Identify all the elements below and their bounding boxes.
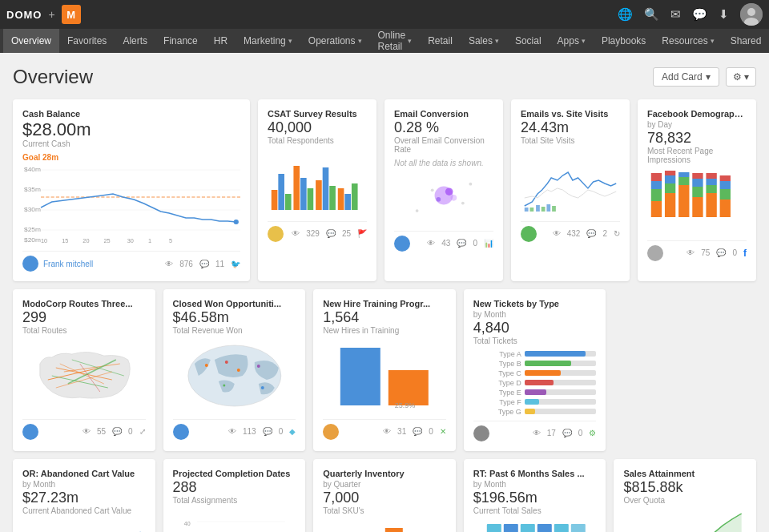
svg-rect-66 <box>706 179 716 185</box>
new-hire-value: 1,564 <box>323 310 446 326</box>
chevron-down-icon: ▾ <box>706 71 711 83</box>
svg-rect-29 <box>316 180 322 210</box>
footer-stats: 👁 876 💬 11 🐦 <box>165 260 240 268</box>
nav-item-marketing[interactable]: Marketing▾ <box>236 29 300 53</box>
globe-icon[interactable]: 🌐 <box>618 7 633 22</box>
comment-icon: 💬 <box>413 427 422 436</box>
cash-balance-desc: Current Cash <box>22 139 240 148</box>
csat-footer: 👁 329 💬 25 🚩 <box>268 221 367 242</box>
projected-desc: Total Assignments <box>173 496 296 505</box>
quarterly-inv-chart <box>323 520 446 532</box>
rt-sales-title: RT: Past 6 Months Sales ... <box>473 469 597 478</box>
emails-site-chart <box>521 150 620 216</box>
nav-item-online-retail[interactable]: Online Retail▾ <box>370 29 421 53</box>
domo-label: DOMO <box>6 9 42 21</box>
closed-won-stats: 👁 113 💬 0 ◆ <box>228 427 296 436</box>
eye-icon: 👁 <box>292 229 300 238</box>
refresh-icon: ↻ <box>614 229 620 238</box>
modocorp-routes-chart <box>22 340 146 412</box>
svg-rect-51 <box>651 181 662 189</box>
svg-text:10: 10 <box>41 238 47 244</box>
comment-icon: 💬 <box>457 239 466 248</box>
eye-icon: 👁 <box>383 427 391 436</box>
quarterly-inv-value: 7,000 <box>323 490 446 506</box>
new-hire-bar-chart: 25.9% <box>323 340 446 412</box>
svg-rect-119 <box>504 524 518 532</box>
svg-point-83 <box>224 361 227 364</box>
sales-attainment-desc: Over Quota <box>623 496 747 505</box>
card-email-conversion: Email Conversion 0.28 % Overall Email Co… <box>384 99 503 281</box>
diamond-icon: ◆ <box>289 427 296 436</box>
facebook-stats: 👁 75 💬 0 f <box>686 248 747 259</box>
svg-rect-69 <box>720 189 731 200</box>
search-icon[interactable]: 🔍 <box>644 7 659 22</box>
closed-won-desc: Total Revenue Won <box>173 326 296 335</box>
download-icon[interactable]: ⬇ <box>719 7 729 22</box>
avatar[interactable] <box>740 3 763 26</box>
nav-item-playbooks[interactable]: Playbooks <box>594 29 654 53</box>
svg-rect-122 <box>554 524 569 532</box>
svg-text:15: 15 <box>62 238 68 244</box>
new-tickets-value: 4,840 <box>473 320 597 337</box>
svg-point-37 <box>436 197 441 202</box>
nav-item-operations[interactable]: Operations▾ <box>300 29 370 53</box>
new-tickets-desc: Total Tickets <box>473 337 597 345</box>
modocorp-stats: 👁 55 💬 0 ⤢ <box>83 427 146 436</box>
email-stats: 👁 43 💬 0 📊 <box>427 239 493 248</box>
plus-icon: + <box>48 8 54 21</box>
card-rt-sales: RT: Past 6 Months Sales ... by Month $19… <box>464 459 606 532</box>
h-bar-5: Type E <box>473 389 597 397</box>
svg-rect-121 <box>537 524 552 532</box>
nav-item-finance[interactable]: Finance <box>155 29 206 53</box>
csat-stats: 👁 329 💬 25 🚩 <box>292 229 367 238</box>
card-new-tickets: New Tickets by Type by Month 4,840 Total… <box>464 289 606 451</box>
svg-rect-46 <box>542 207 546 212</box>
new-tickets-stats: 👁 17 💬 0 ⚙ <box>533 429 597 437</box>
csat-value: 40,000 <box>268 120 367 136</box>
csat-desc: Total Respondents <box>268 136 367 145</box>
modocorp-chart <box>22 340 146 414</box>
projected-bar-chart: 40 30 20 <box>173 510 296 532</box>
svg-point-13 <box>234 220 239 224</box>
svg-rect-57 <box>678 185 689 217</box>
email-conv-value: 0.28 % <box>394 120 493 136</box>
rt-sales-desc: Current Total Sales <box>473 506 597 515</box>
nav-item-apps[interactable]: Apps▾ <box>550 29 594 53</box>
facebook-subtitle: by Day <box>647 120 747 129</box>
nav-item-sales[interactable]: Sales▾ <box>461 29 507 53</box>
emails-site-desc: Total Site Visits <box>521 136 620 145</box>
nav-item-retail[interactable]: Retail <box>420 29 461 53</box>
m-badge: M <box>62 5 81 24</box>
mail-icon[interactable]: ✉ <box>670 7 681 22</box>
add-card-button[interactable]: Add Card ▾ <box>653 67 719 87</box>
comment-icon: 💬 <box>716 248 726 257</box>
svg-rect-26 <box>293 166 300 210</box>
svg-rect-55 <box>665 175 675 183</box>
nav-item-social[interactable]: Social <box>507 29 550 53</box>
wrench-button[interactable]: ⚙ ▾ <box>726 67 756 87</box>
h-bar-7: Type G <box>473 408 597 416</box>
chat-icon[interactable]: 💬 <box>692 7 707 22</box>
nav-item-alerts[interactable]: Alerts <box>115 29 155 53</box>
svg-rect-24 <box>278 174 284 210</box>
nav-item-shared[interactable]: Shared <box>723 29 769 53</box>
nav-item-resources[interactable]: Resources▾ <box>654 29 722 53</box>
card-cash-balance: Cash Balance $28.00m Current Cash Goal 2… <box>13 99 250 281</box>
nav-item-hr[interactable]: HR <box>206 29 236 53</box>
cards-row-3: OR: Abandoned Cart Value by Month $27.23… <box>13 459 756 532</box>
nav-item-favorites[interactable]: Favorites <box>59 29 115 53</box>
twitter-icon: 🐦 <box>231 260 240 268</box>
closed-won-value: $46.58m <box>173 310 296 326</box>
eye-icon: 👁 <box>553 229 561 238</box>
page-title: Overview <box>13 66 93 88</box>
projected-chart: 40 30 20 <box>173 510 296 532</box>
new-tickets-footer: 👁 17 💬 0 ⚙ <box>473 421 597 441</box>
nav-item-overview[interactable]: Overview <box>3 29 59 53</box>
csat-title: CSAT Survey Results <box>268 109 367 119</box>
cash-balance-footer: Frank mitchell 👁 876 💬 11 🐦 <box>22 251 240 272</box>
abandoned-cart-desc: Current Abandoned Cart Value <box>22 506 146 515</box>
top-bar-icons: 🌐 🔍 ✉ 💬 ⬇ <box>618 3 763 26</box>
card-new-hire: New Hire Training Progr... 1,564 New Hir… <box>313 289 456 451</box>
facebook-desc: Most Recent Page Impressions <box>647 147 747 164</box>
svg-text:$40m: $40m <box>24 166 41 173</box>
